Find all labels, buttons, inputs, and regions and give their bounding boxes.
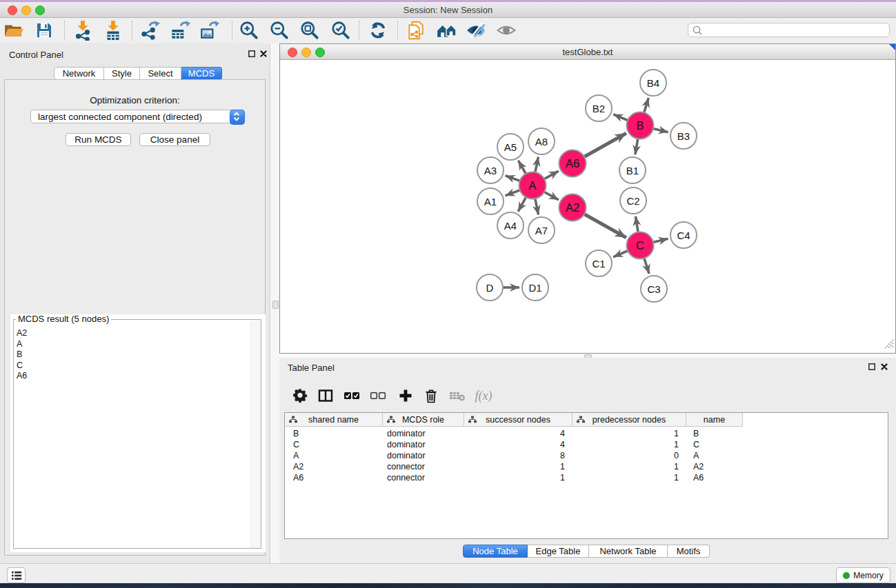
result-list-item[interactable]: C	[17, 361, 27, 372]
zoom-out-icon[interactable]	[268, 19, 290, 41]
delete-table-icon	[448, 387, 466, 405]
table-cell[interactable]: connector	[383, 472, 464, 483]
column-header-name[interactable]: name	[686, 413, 743, 427]
table-cell[interactable]: 1	[573, 439, 686, 450]
table-cell[interactable]: dominator	[383, 439, 464, 450]
tab-motifs[interactable]: Motifs	[668, 545, 710, 558]
table-cell[interactable]: B	[285, 428, 383, 439]
toolbar-separator	[232, 21, 232, 40]
table-row[interactable]: Bdominator41B	[285, 428, 888, 439]
gear-icon[interactable]	[291, 387, 309, 405]
run-mcds-button[interactable]: Run MCDS	[66, 133, 131, 146]
close-icon[interactable]	[259, 50, 268, 58]
tab-network[interactable]: Network	[54, 67, 104, 80]
table-cell[interactable]: dominator	[383, 450, 464, 461]
refresh-icon[interactable]	[367, 19, 389, 41]
tab-edge-table[interactable]: Edge Table	[528, 545, 589, 558]
table-cell[interactable]: 4	[464, 428, 573, 439]
table-row[interactable]: Adominator80A	[285, 450, 888, 461]
mcds-result-list[interactable]: A2ABCA6	[17, 328, 27, 382]
table-row[interactable]: A2connector11A2	[285, 461, 888, 472]
result-list-item[interactable]: A2	[17, 328, 27, 339]
clear-all-checks-icon[interactable]	[369, 387, 387, 405]
close-panel-button[interactable]: Close panel	[139, 133, 210, 146]
table-cell[interactable]: A2	[686, 461, 743, 472]
vertical-splitter-grip[interactable]	[272, 301, 279, 309]
table-cell[interactable]: 1	[464, 461, 573, 472]
network-graph[interactable]: AA6A2BCA5A8A3A1A4A7B2B4B3B1C2C4C1C3DD1	[280, 59, 895, 352]
graph-node-label-C1: C1	[592, 258, 605, 270]
table-cell[interactable]: 4	[464, 439, 573, 450]
control-panel: Control Panel NetworkStyleSelectMCDS Opt…	[0, 43, 270, 563]
vizmapper-icon[interactable]	[465, 19, 487, 41]
table-cell[interactable]: C	[686, 439, 743, 450]
table-cell[interactable]: 1	[573, 461, 686, 472]
network-window-titlebar[interactable]: testGlobe.txt	[280, 44, 895, 60]
table-cell[interactable]: B	[686, 428, 743, 439]
table-row[interactable]: A6connector11A6	[285, 472, 888, 483]
duplicate-network-icon[interactable]	[405, 19, 427, 41]
task-history-button[interactable]	[7, 567, 26, 583]
export-table-icon[interactable]	[169, 19, 191, 41]
float-icon[interactable]	[248, 50, 256, 58]
open-icon[interactable]	[3, 19, 25, 41]
table-cell[interactable]: A2	[285, 461, 383, 472]
zoom-fit-icon[interactable]	[299, 19, 321, 41]
save-icon[interactable]	[33, 19, 55, 41]
show-hide-icon[interactable]	[495, 19, 517, 41]
export-image-icon[interactable]	[198, 19, 220, 41]
delete-icon[interactable]	[422, 387, 440, 405]
table-cell[interactable]: A6	[686, 472, 743, 483]
table-cell[interactable]: C	[285, 439, 383, 450]
table-cell[interactable]: 0	[573, 450, 686, 461]
table-row[interactable]: Cdominator41C	[285, 439, 888, 450]
close-icon[interactable]	[880, 363, 888, 371]
criterion-dropdown-value: largest connected component (directed)	[38, 112, 202, 122]
table-cell[interactable]: A	[285, 450, 383, 461]
column-header-predecessor-nodes[interactable]: predecessor nodes	[573, 413, 686, 427]
tab-style[interactable]: Style	[104, 67, 140, 80]
table-cell[interactable]: 8	[464, 450, 573, 461]
vertical-splitter[interactable]	[270, 43, 279, 563]
table-header-row: shared nameMCDS rolesuccessor nodesprede…	[285, 413, 743, 427]
table-rows: Bdominator41BCdominator41CAdominator80AA…	[285, 428, 888, 483]
graph-node-label-C3: C3	[647, 283, 660, 295]
column-header-successor-nodes[interactable]: successor nodes	[464, 413, 573, 427]
import-table-icon[interactable]	[102, 19, 124, 41]
result-list-item[interactable]: A6	[17, 371, 27, 382]
show-all-networks-icon[interactable]	[435, 19, 457, 41]
export-network-icon[interactable]	[139, 19, 161, 41]
table-cell[interactable]: dominator	[383, 428, 464, 439]
result-list-item[interactable]: B	[17, 349, 27, 361]
zoom-selected-icon[interactable]	[330, 19, 352, 41]
column-header-shared-name[interactable]: shared name	[285, 413, 383, 427]
table-cell[interactable]: A6	[285, 472, 383, 483]
add-icon[interactable]	[397, 387, 415, 405]
result-list-item[interactable]: A	[17, 339, 27, 350]
column-type-icon	[577, 416, 585, 425]
result-list-scrollbar[interactable]	[250, 321, 261, 548]
float-icon[interactable]	[868, 363, 876, 371]
tab-network-table[interactable]: Network Table	[589, 545, 668, 558]
import-network-icon[interactable]	[72, 19, 94, 41]
tab-node-table[interactable]: Node Table	[463, 545, 528, 558]
table-cell[interactable]: 1	[573, 472, 686, 483]
memory-button[interactable]: Memory	[836, 567, 890, 583]
table-cell[interactable]: 1	[464, 472, 573, 483]
table-panel-title: Table Panel	[288, 363, 335, 373]
mcds-tab-content: Optimization criterion: largest connecte…	[4, 79, 266, 556]
column-header-MCDS-role[interactable]: MCDS role	[383, 413, 464, 427]
criterion-dropdown[interactable]: largest connected component (directed)	[30, 110, 245, 123]
graph-node-label-A6: A6	[566, 157, 579, 170]
table-cell[interactable]: A	[686, 450, 743, 461]
table-cell[interactable]: connector	[383, 461, 464, 472]
zoom-in-icon[interactable]	[238, 19, 260, 41]
tab-select[interactable]: Select	[140, 67, 181, 80]
table-cell[interactable]: 1	[573, 428, 686, 439]
tab-mcds[interactable]: MCDS	[181, 67, 222, 80]
window-titlebar: Session: New Session	[0, 2, 896, 18]
split-columns-icon[interactable]	[317, 387, 335, 405]
search-field[interactable]	[688, 23, 890, 37]
memory-label: Memory	[853, 571, 883, 580]
select-all-checks-icon[interactable]	[343, 387, 361, 405]
